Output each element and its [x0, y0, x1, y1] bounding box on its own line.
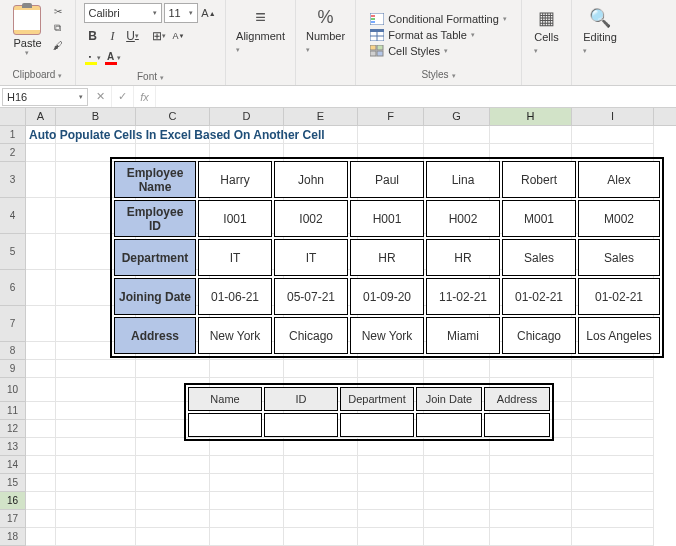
cell[interactable] [26, 456, 56, 474]
cell[interactable] [26, 420, 56, 438]
cell[interactable] [424, 360, 490, 378]
font-color-button[interactable]: A ▾ [104, 49, 122, 67]
font-size-select[interactable]: 11▾ [164, 3, 198, 23]
col-header[interactable]: A [26, 108, 56, 125]
cell[interactable] [424, 474, 490, 492]
cell[interactable] [358, 126, 424, 144]
cell[interactable] [284, 528, 358, 546]
table-cell[interactable]: 01-06-21 [198, 278, 272, 315]
cell[interactable] [572, 492, 654, 510]
table-cell[interactable]: Paul [350, 161, 424, 198]
table-cell[interactable]: 11-02-21 [426, 278, 500, 315]
cell[interactable] [490, 528, 572, 546]
cell[interactable] [424, 126, 490, 144]
cell[interactable] [26, 510, 56, 528]
table-cell[interactable]: H001 [350, 200, 424, 237]
cell[interactable] [284, 474, 358, 492]
lookup-cell[interactable] [416, 413, 482, 437]
alignment-button[interactable]: ≡ Alignment [228, 3, 293, 58]
select-all-corner[interactable] [0, 108, 26, 125]
table-cell[interactable]: Robert [502, 161, 576, 198]
cell[interactable] [210, 126, 284, 144]
table-cell[interactable]: I002 [274, 200, 348, 237]
editing-button[interactable]: 🔍 Editing [575, 3, 625, 59]
col-header[interactable]: E [284, 108, 358, 125]
font-name-select[interactable]: Calibri▾ [84, 3, 162, 23]
cell[interactable] [136, 456, 210, 474]
formula-input[interactable] [156, 96, 676, 98]
row-header[interactable]: 18 [0, 528, 26, 546]
row-header[interactable]: 3 [0, 162, 26, 198]
format-as-table-button[interactable]: Format as Table [368, 28, 477, 42]
table-cell[interactable]: M002 [578, 200, 660, 237]
table-cell[interactable]: Sales [502, 239, 576, 276]
row-header[interactable]: 5 [0, 234, 26, 270]
table-cell[interactable]: HR [350, 239, 424, 276]
table-cell[interactable]: John [274, 161, 348, 198]
cell[interactable] [56, 420, 136, 438]
col-header[interactable]: C [136, 108, 210, 125]
fx-button[interactable]: fx [134, 86, 156, 107]
cell[interactable] [572, 402, 654, 420]
cell[interactable] [136, 492, 210, 510]
underline-button[interactable]: U▾ [124, 27, 142, 45]
table-cell[interactable]: IT [274, 239, 348, 276]
cell[interactable] [26, 270, 56, 306]
col-header[interactable]: F [358, 108, 424, 125]
cell[interactable] [424, 510, 490, 528]
cell[interactable] [358, 456, 424, 474]
cell[interactable] [572, 126, 654, 144]
cell[interactable] [26, 234, 56, 270]
cell[interactable] [358, 474, 424, 492]
cells-button[interactable]: ▦ Cells [526, 3, 566, 59]
lookup-cell[interactable] [484, 413, 550, 437]
row-header[interactable]: 1 [0, 126, 26, 144]
copy-button[interactable]: ⧉ [50, 20, 66, 36]
cell[interactable] [358, 528, 424, 546]
row-header[interactable]: 11 [0, 402, 26, 420]
cell[interactable] [358, 510, 424, 528]
table-cell[interactable]: New York [198, 317, 272, 354]
cut-button[interactable]: ✂ [50, 3, 66, 19]
cell[interactable] [424, 456, 490, 474]
table-cell[interactable]: Lina [426, 161, 500, 198]
lookup-header[interactable]: Join Date [416, 387, 482, 411]
table-cell[interactable]: IT [198, 239, 272, 276]
cell[interactable] [210, 474, 284, 492]
cell[interactable] [136, 360, 210, 378]
table-cell[interactable]: HR [426, 239, 500, 276]
cell[interactable] [284, 126, 358, 144]
table-cell[interactable]: I001 [198, 200, 272, 237]
cell[interactable] [210, 360, 284, 378]
cell[interactable] [56, 360, 136, 378]
cell[interactable] [490, 492, 572, 510]
cell[interactable] [26, 306, 56, 342]
cell[interactable] [136, 510, 210, 528]
cell[interactable] [26, 528, 56, 546]
cell[interactable] [26, 342, 56, 360]
cell[interactable] [572, 528, 654, 546]
cell[interactable] [572, 456, 654, 474]
table-cell[interactable]: Chicago [502, 317, 576, 354]
name-box[interactable]: H16▾ [2, 88, 88, 106]
cell[interactable] [26, 474, 56, 492]
lookup-header[interactable]: Department [340, 387, 414, 411]
cell[interactable] [136, 474, 210, 492]
row-header[interactable]: 13 [0, 438, 26, 456]
cell[interactable] [358, 492, 424, 510]
cell[interactable] [26, 162, 56, 198]
cell[interactable] [284, 360, 358, 378]
borders-button[interactable]: ⊞▾ [150, 27, 168, 45]
cell[interactable] [26, 378, 56, 402]
cell[interactable] [572, 360, 654, 378]
cell[interactable] [424, 492, 490, 510]
lookup-header[interactable]: Name [188, 387, 262, 411]
cell[interactable] [572, 378, 654, 402]
table-cell[interactable]: M001 [502, 200, 576, 237]
cell[interactable] [210, 510, 284, 528]
worksheet-grid[interactable]: A B C D E F G H I 1Auto Populate Cells I… [0, 108, 676, 546]
table-cell[interactable]: H002 [426, 200, 500, 237]
row-header[interactable]: 8 [0, 342, 26, 360]
lookup-cell[interactable] [188, 413, 262, 437]
cell[interactable] [490, 474, 572, 492]
